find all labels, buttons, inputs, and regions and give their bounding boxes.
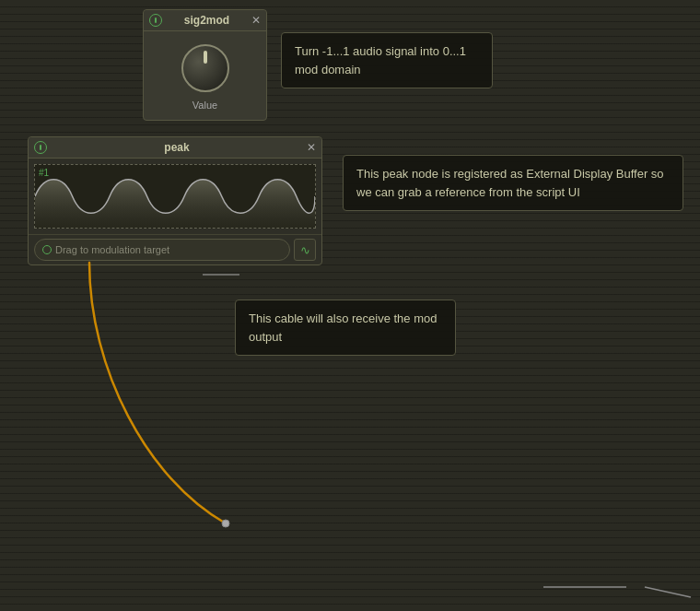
sig2mod-header: sig2mod ✕ (144, 10, 266, 31)
peak-drag-text: Drag to modulation target (55, 244, 169, 255)
sig2mod-power-button[interactable] (149, 14, 162, 27)
peak-drag-icon (42, 245, 52, 254)
sig2mod-knob-container (178, 41, 233, 96)
peak-waveform-svg (35, 165, 315, 228)
peak-header: peak ✕ (29, 137, 321, 159)
svg-line-2 (645, 587, 691, 597)
sig2mod-value-label: Value (192, 100, 217, 111)
sig2mod-title: sig2mod (184, 14, 229, 27)
peak-tooltip: This peak node is registered as External… (343, 155, 683, 211)
cable-tooltip: This cable will also receive the mod out… (235, 300, 456, 356)
sig2mod-node: sig2mod ✕ Value (143, 9, 267, 121)
peak-mod-bar: Drag to modulation target ∿ (29, 234, 321, 264)
peak-power-button[interactable] (34, 141, 47, 154)
peak-title: peak (164, 141, 189, 154)
svg-point-0 (222, 520, 229, 527)
peak-node: peak ✕ #1 Drag to modulation target ∿ (28, 136, 322, 265)
sig2mod-close-button[interactable]: ✕ (251, 15, 261, 26)
peak-waveform-area: #1 (34, 164, 316, 229)
peak-close-button[interactable]: ✕ (307, 142, 316, 153)
peak-drag-target-button[interactable]: Drag to modulation target (34, 239, 290, 261)
sig2mod-body: Value (144, 31, 266, 120)
sig2mod-tooltip: Turn -1...1 audio signal into 0...1 mod … (281, 32, 493, 88)
sig2mod-knob[interactable] (181, 44, 229, 92)
peak-mod-wave-button[interactable]: ∿ (294, 239, 316, 261)
